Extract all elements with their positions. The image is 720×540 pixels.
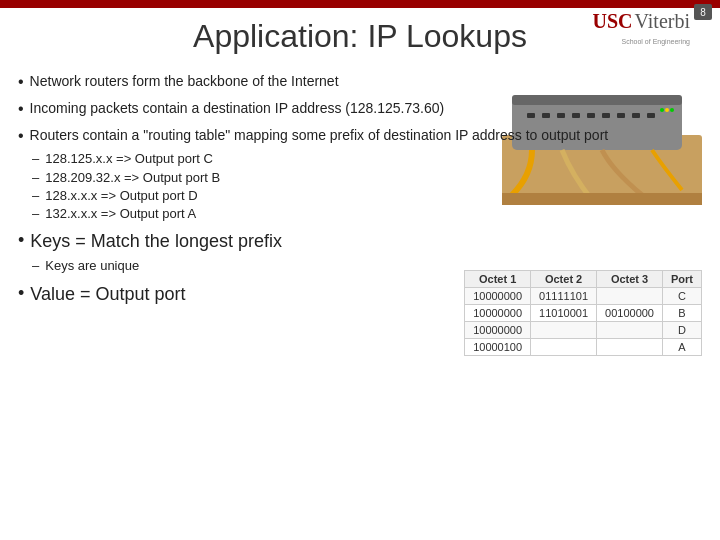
row3-octet2	[531, 322, 597, 339]
bullet-1: • Network routers form the backbone of t…	[18, 72, 702, 93]
bullet-2: • Incoming packets contain a destination…	[18, 99, 702, 120]
table-header-row: Octet 1 Octet 2 Octet 3 Port	[465, 271, 702, 288]
row3-octet3	[597, 322, 663, 339]
row2-octet3: 00100000	[597, 305, 663, 322]
sub-bullet-3-4: 132.x.x.x => Output port A	[32, 205, 220, 223]
table-row: 10000100 A	[465, 339, 702, 356]
row4-port: A	[663, 339, 702, 356]
sub-bullet-3-3: 128.x.x.x => Output port D	[32, 187, 220, 205]
bullet-3-text: Routers contain a "routing table" mappin…	[30, 126, 609, 145]
sub-bullet-3-1-text: 128.125.x.x => Output port C	[45, 150, 213, 168]
row1-port: C	[663, 288, 702, 305]
bullet-5-text: Value = Output port	[30, 282, 185, 306]
row4-octet3	[597, 339, 663, 356]
table-row: 10000000 11010001 00100000 B	[465, 305, 702, 322]
sub-bullet-3-2: 128.209.32.x => Output port B	[32, 169, 220, 187]
row4-octet2	[531, 339, 597, 356]
sub-bullet-3-2-text: 128.209.32.x => Output port B	[45, 169, 220, 187]
top-bar	[0, 0, 720, 8]
col-header-octet1: Octet 1	[465, 271, 531, 288]
col-header-octet3: Octet 3	[597, 271, 663, 288]
bullet-icon-1: •	[18, 72, 24, 93]
bullet-icon-2: •	[18, 99, 24, 120]
bullet-icon-3: •	[18, 126, 24, 147]
table-row: 10000000 D	[465, 322, 702, 339]
row4-octet1: 10000100	[465, 339, 531, 356]
sub-bullet-list-4: Keys are unique	[32, 257, 139, 275]
bullet-4-text: Keys = Match the longest prefix	[30, 229, 282, 253]
row3-octet1: 10000000	[465, 322, 531, 339]
routing-table: Octet 1 Octet 2 Octet 3 Port 10000000 01…	[464, 270, 702, 356]
row1-octet1: 10000000	[465, 288, 531, 305]
bullet-4: • Keys = Match the longest prefix Keys a…	[18, 229, 702, 275]
row2-octet2: 11010001	[531, 305, 597, 322]
sub-bullet-list-3: 128.125.x.x => Output port C 128.209.32.…	[32, 150, 220, 223]
row3-port: D	[663, 322, 702, 339]
row1-octet3	[597, 288, 663, 305]
bullet-3: • Routers contain a "routing table" mapp…	[18, 126, 702, 224]
row2-octet1: 10000000	[465, 305, 531, 322]
table-row: 10000000 01111101 C	[465, 288, 702, 305]
bullet-1-text: Network routers form the backbone of the…	[30, 72, 339, 91]
col-header-port: Port	[663, 271, 702, 288]
bullet-2-text: Incoming packets contain a destination I…	[30, 99, 445, 118]
bullet-icon-4: •	[18, 229, 24, 252]
sub-bullet-4-1-text: Keys are unique	[45, 257, 139, 275]
row2-port: B	[663, 305, 702, 322]
sub-bullet-3-4-text: 132.x.x.x => Output port A	[45, 205, 196, 223]
slide-title: Application: IP Lookups	[0, 14, 720, 55]
sub-bullet-4-1: Keys are unique	[32, 257, 139, 275]
row1-octet2: 01111101	[531, 288, 597, 305]
bullet-icon-5: •	[18, 282, 24, 305]
sub-bullet-3-1: 128.125.x.x => Output port C	[32, 150, 220, 168]
col-header-octet2: Octet 2	[531, 271, 597, 288]
sub-bullet-3-3-text: 128.x.x.x => Output port D	[45, 187, 197, 205]
